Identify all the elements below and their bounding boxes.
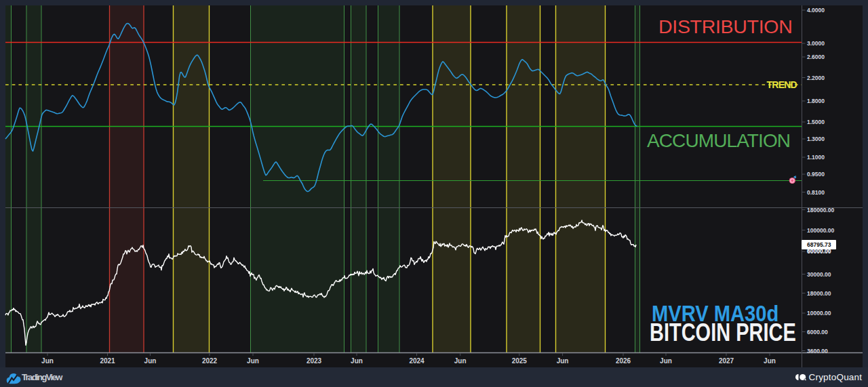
svg-text:1.8000: 1.8000 [807,98,825,104]
svg-text:2022: 2022 [202,357,218,365]
svg-text:2021: 2021 [100,357,115,365]
svg-text:2023: 2023 [307,357,322,365]
svg-text:Jun: Jun [41,357,54,365]
svg-text:Jun: Jun [247,357,259,365]
svg-text:Jun: Jun [454,357,467,365]
svg-text:180000.00: 180000.00 [807,207,834,213]
svg-text:2.2000: 2.2000 [807,75,825,81]
svg-text:Jun: Jun [351,357,363,365]
svg-text:6000.00: 6000.00 [807,329,828,335]
svg-text:10000.00: 10000.00 [807,310,831,317]
svg-text:2026: 2026 [616,357,631,365]
svg-text:2024: 2024 [409,357,425,365]
svg-text:4.0000: 4.0000 [807,7,825,14]
svg-text:2.6000: 2.6000 [807,54,825,60]
svg-text:30000.00: 30000.00 [807,271,831,278]
svg-text:2027: 2027 [719,357,734,365]
svg-text:0.9500: 0.9500 [807,171,825,178]
svg-text:2025: 2025 [512,357,528,365]
svg-text:Jun: Jun [557,357,569,365]
svg-text:Jun: Jun [764,357,776,365]
svg-text:18000.00: 18000.00 [807,290,831,297]
svg-text:3600.00: 3600.00 [807,348,828,354]
svg-text:100000.00: 100000.00 [807,227,834,234]
svg-text:68795.73: 68795.73 [807,241,831,248]
svg-text:0.8100: 0.8100 [807,189,825,196]
svg-text:1.5000: 1.5000 [807,119,825,125]
svg-text:3.0000: 3.0000 [807,40,825,47]
svg-text:1.1000: 1.1000 [807,154,825,161]
svg-text:1.3000: 1.3000 [807,136,825,142]
svg-text:Jun: Jun [660,357,672,365]
svg-text:Jun: Jun [144,357,157,365]
